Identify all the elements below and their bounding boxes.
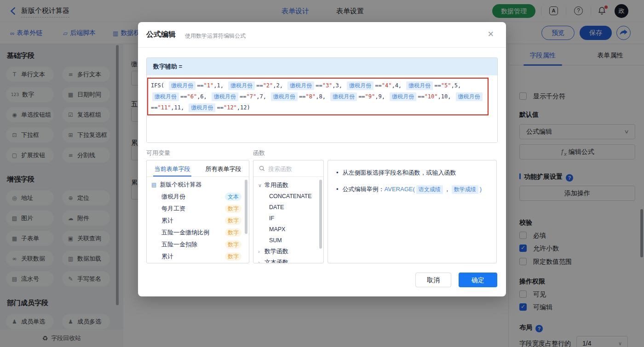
function-group-name: 常用函数: [264, 182, 288, 188]
formula-token: IFS(: [151, 82, 167, 89]
functions-panel: ∨常用函数CONCATENATEDATEIFMAPXSUM›数学函数›文本函数: [253, 160, 324, 263]
formula-token: ==: [197, 82, 203, 89]
help-tip-1: •从左侧面板选择字段名和函数，或输入函数: [336, 168, 488, 178]
function-item[interactable]: CONCATENATE: [253, 191, 323, 202]
functions-tree: ∨常用函数CONCATENATEDATEIFMAPXSUM›数学函数›文本函数: [253, 180, 323, 263]
variable-row[interactable]: 缴税月份文本: [147, 191, 249, 203]
function-item[interactable]: SUM: [253, 235, 323, 246]
formula-input-area[interactable]: IFS( 缴税月份=="1",1, 缴税月份=="2",2, 缴税月份=="3"…: [147, 75, 497, 142]
formula-token: "10": [425, 93, 438, 100]
formula-content: IFS( 缴税月份=="1",1, 缴税月份=="2",2, 缴税月份=="3"…: [151, 82, 484, 111]
formula-token: ==: [434, 82, 441, 89]
field-chip: 缴税月份: [390, 92, 416, 101]
field-chip: 缴税月份: [288, 81, 314, 90]
formula-token: ==: [358, 93, 365, 100]
formula-token: ==: [240, 93, 246, 100]
function-item[interactable]: IF: [253, 213, 323, 224]
cancel-button[interactable]: 取消: [415, 273, 451, 287]
function-group[interactable]: ›数学函数: [253, 246, 323, 257]
modal-title: 公式编辑: [146, 30, 176, 40]
formula-token: ==: [299, 93, 305, 100]
function-group[interactable]: ›文本函数: [253, 257, 323, 263]
formula-token: ,2,: [273, 82, 286, 89]
variable-name: 每月工资: [161, 205, 225, 213]
variables-root-node[interactable]: ▤ 新版个税计算器: [147, 179, 249, 191]
variable-row[interactable]: 每月工资数字: [147, 203, 249, 215]
formula-token: ,8,: [316, 93, 329, 100]
formula-token: "7": [247, 93, 257, 100]
variable-row[interactable]: 累计数字: [147, 250, 249, 262]
field-type-badge: 数字: [225, 228, 242, 237]
field-chip: 缴税月份: [169, 81, 196, 90]
formula-token: "5": [441, 82, 451, 89]
field-type-badge: 数字: [225, 216, 242, 225]
function-item[interactable]: DATE: [253, 202, 323, 213]
search-icon: [259, 165, 265, 172]
field-chip: 缴税月份: [212, 92, 238, 101]
formula-token: ,9,: [375, 93, 388, 100]
variable-name: 五险一金缴纳比例: [161, 228, 225, 237]
formula-help-panel: •从左侧面板选择字段名和函数，或输入函数 •公式编辑举例：AVERAGE(语文成…: [328, 160, 497, 263]
formula-token: "9": [365, 93, 375, 100]
formula-token: "2": [263, 82, 273, 89]
formula-token: "11": [157, 104, 171, 111]
chevron-right-icon: ›: [258, 257, 264, 263]
formula-token: ==: [418, 93, 424, 100]
formula-token: ,5,: [451, 82, 461, 89]
formula-token: "8": [306, 93, 316, 100]
field-type-badge: 文本: [225, 193, 242, 201]
tab-current-form-fields[interactable]: 当前表单字段: [147, 160, 198, 176]
formula-token: "3": [322, 82, 333, 89]
function-group-name: 文本函数: [264, 259, 288, 263]
field-chip: 缴税月份: [189, 103, 215, 112]
variable-row[interactable]: 五险一金缴纳比例数字: [147, 227, 249, 239]
formula-token: ,4,: [391, 82, 405, 89]
formula-token: ==: [217, 104, 223, 111]
confirm-button[interactable]: 确定: [459, 273, 497, 287]
variables-scrollbar[interactable]: [245, 180, 247, 234]
field-chip: 语文成绩: [416, 185, 443, 194]
variables-panel: 当前表单字段 所有表单字段 ▤ 新版个税计算器 缴税月份文本每月工资数字累计数字…: [146, 160, 249, 263]
formula-token: ==: [256, 82, 263, 89]
field-type-badge: 数字: [225, 240, 242, 249]
formula-token: ,6,: [197, 93, 210, 100]
formula-token: "12": [224, 104, 237, 111]
variable-name: 缴税月份: [161, 193, 225, 201]
tab-all-form-fields[interactable]: 所有表单字段: [198, 160, 249, 176]
variable-row[interactable]: 五险一金扣除数字: [147, 239, 249, 250]
modal-subtitle: 使用数学运算符编辑公式: [185, 32, 246, 40]
formula-token: ==: [316, 82, 322, 89]
formula-editor: 数字辅助 = IFS( 缴税月份=="1",1, 缴税月份=="2",2, 缴税…: [146, 57, 498, 143]
function-item[interactable]: MAPX: [253, 224, 323, 235]
formula-token: ==: [180, 93, 187, 100]
field-chip: 缴税月份: [152, 92, 179, 101]
function-search-input[interactable]: [268, 164, 319, 174]
formula-token: ,1,: [213, 82, 227, 89]
field-chip: 缴税月份: [330, 92, 357, 101]
modal-header: 公式编辑 使用数学运算符编辑公式 ✕: [138, 22, 506, 48]
functions-scrollbar[interactable]: [319, 180, 322, 249]
close-icon[interactable]: ✕: [488, 29, 494, 39]
formula-token: "1": [204, 82, 214, 89]
field-chip: 缴税月份: [347, 81, 374, 90]
formula-token: ,12): [237, 104, 250, 111]
formula-edit-modal: 公式编辑 使用数学运算符编辑公式 ✕ 数字辅助 = IFS( 缴税月份=="1"…: [138, 22, 506, 296]
field-type-badge: 数字: [225, 252, 242, 261]
formula-token: ,7,: [256, 93, 270, 100]
chevron-down-icon: ∨: [258, 180, 264, 191]
field-chip: 缴税月份: [271, 92, 298, 101]
field-chip: 缴税月份: [228, 81, 255, 90]
formula-target-label: 数字辅助 =: [147, 58, 497, 75]
functions-label: 函数: [253, 149, 265, 157]
formula-token: "4": [382, 82, 392, 89]
variable-row[interactable]: 累计数字: [147, 215, 249, 227]
formula-highlight-box: IFS( 缴税月份=="1",1, 缴税月份=="2",2, 缴税月份=="3"…: [147, 78, 489, 115]
function-group-name: 数学函数: [264, 248, 288, 255]
variables-tree: ▤ 新版个税计算器 缴税月份文本每月工资数字累计数字五险一金缴纳比例数字五险一金…: [147, 179, 249, 262]
formula-token: ==: [151, 104, 157, 111]
formula-token: "6": [187, 93, 197, 100]
formula-token: ,10,: [438, 93, 454, 100]
formula-token: ,11,: [171, 104, 187, 111]
variables-rows: 缴税月份文本每月工资数字累计数字五险一金缴纳比例数字五险一金扣除数字累计数字: [147, 191, 249, 262]
function-group[interactable]: ∨常用函数: [253, 180, 323, 191]
